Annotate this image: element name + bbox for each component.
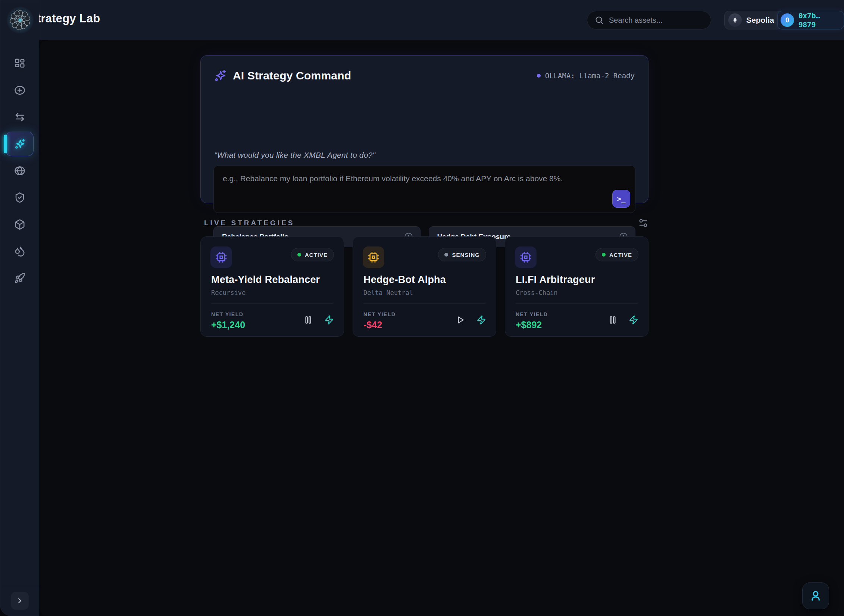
sidebar-item-dashboard[interactable] bbox=[0, 50, 39, 77]
sparkles-icon bbox=[213, 69, 227, 82]
rocket-icon bbox=[14, 273, 25, 284]
ollama-status: OLLAMA: Llama-2 Ready bbox=[537, 72, 635, 80]
zap-icon[interactable] bbox=[324, 315, 334, 325]
shield-check-icon bbox=[14, 192, 25, 203]
status-text: OLLAMA: Llama-2 Ready bbox=[545, 72, 635, 80]
zap-icon[interactable] bbox=[629, 315, 638, 325]
sidebar-item-globe[interactable] bbox=[0, 157, 39, 184]
network-name: Sepolia bbox=[746, 16, 774, 25]
cpu-icon bbox=[515, 246, 537, 268]
net-yield-value: +$1,240 bbox=[211, 320, 245, 330]
cpu-icon bbox=[210, 246, 232, 268]
chevron-right-icon bbox=[16, 597, 24, 605]
status-dot bbox=[444, 253, 448, 257]
logo-flower-icon bbox=[9, 9, 32, 32]
strategies-filter-icon[interactable] bbox=[638, 218, 648, 228]
search-icon bbox=[595, 16, 604, 25]
sidebar-item-liquidity[interactable] bbox=[0, 238, 39, 265]
strategy-name: Hedge-Bot Alpha bbox=[363, 274, 446, 286]
ai-command-input[interactable] bbox=[213, 166, 635, 213]
sidebar-nav bbox=[0, 50, 39, 292]
net-yield-value: +$892 bbox=[516, 320, 542, 330]
sidebar bbox=[0, 0, 39, 616]
sidebar-expand-button[interactable] bbox=[11, 592, 29, 610]
net-yield-label: NET YIELD bbox=[211, 311, 243, 317]
plus-circle-icon bbox=[14, 85, 25, 96]
sidebar-item-launch[interactable] bbox=[0, 265, 39, 292]
page-title: trategy Lab bbox=[37, 12, 100, 25]
strategy-card[interactable]: ACTIVE Meta-Yield Rebalancer Recursive N… bbox=[200, 236, 344, 337]
active-indicator-bar bbox=[4, 135, 7, 153]
network-selector-button[interactable]: Sepolia bbox=[724, 11, 782, 29]
pause-icon[interactable] bbox=[303, 315, 313, 325]
status-label: SENSING bbox=[452, 252, 480, 258]
search-input[interactable] bbox=[609, 16, 708, 25]
strategy-name: LI.FI Arbitrageur bbox=[516, 274, 595, 286]
status-dot bbox=[602, 253, 606, 257]
status-dot bbox=[537, 74, 541, 78]
pause-icon[interactable] bbox=[608, 315, 618, 325]
sidebar-item-ai-strategy[interactable] bbox=[0, 131, 39, 157]
cpu-icon bbox=[363, 246, 384, 268]
user-profile-fab[interactable] bbox=[802, 582, 829, 609]
prompt-hint: "What would you like the XMBL Agent to d… bbox=[214, 151, 375, 160]
top-header: trategy Lab Sepolia 0 0x7b…9879 bbox=[0, 0, 844, 40]
divider bbox=[363, 303, 485, 304]
strategy-type: Recursive bbox=[211, 289, 246, 296]
swap-arrows-icon bbox=[14, 111, 25, 123]
strategy-card[interactable]: ACTIVE LI.FI Arbitrageur Cross-Chain NET… bbox=[505, 236, 648, 337]
search-bar[interactable] bbox=[587, 11, 711, 29]
sidebar-item-add[interactable] bbox=[0, 77, 39, 104]
sidebar-footer bbox=[0, 585, 39, 616]
divider bbox=[516, 303, 638, 304]
status-label: ACTIVE bbox=[609, 252, 632, 258]
sidebar-item-assets[interactable] bbox=[0, 211, 39, 238]
zap-icon[interactable] bbox=[476, 315, 486, 325]
cube-icon bbox=[14, 219, 25, 230]
wallet-address: 0x7b…9879 bbox=[798, 11, 837, 29]
strategy-type: Cross-Chain bbox=[516, 289, 558, 296]
sidebar-item-security[interactable] bbox=[0, 184, 39, 211]
strategy-type: Delta Neutral bbox=[363, 289, 413, 296]
status-badge: ACTIVE bbox=[291, 248, 334, 261]
ai-strategy-command-panel: AI Strategy Command OLLAMA: Llama-2 Read… bbox=[200, 55, 648, 203]
dashboard-icon bbox=[14, 58, 25, 69]
strategy-name: Meta-Yield Rebalancer bbox=[211, 274, 320, 286]
sidebar-item-swap[interactable] bbox=[0, 104, 39, 131]
play-icon[interactable] bbox=[456, 315, 465, 325]
wallet-button[interactable]: 0 0x7b…9879 bbox=[777, 11, 844, 29]
status-label: ACTIVE bbox=[305, 252, 328, 258]
send-command-button[interactable]: >_ bbox=[612, 190, 630, 208]
app-logo[interactable] bbox=[7, 7, 34, 34]
ethereum-icon bbox=[728, 13, 742, 27]
panel-title: AI Strategy Command bbox=[233, 69, 351, 82]
net-yield-label: NET YIELD bbox=[363, 311, 396, 317]
status-badge: SENSING bbox=[438, 248, 486, 261]
sparkles-icon bbox=[14, 138, 26, 150]
wallet-avatar: 0 bbox=[781, 13, 794, 27]
user-icon bbox=[809, 590, 822, 602]
status-badge: ACTIVE bbox=[596, 248, 638, 261]
status-dot bbox=[297, 253, 301, 257]
app-root: trategy Lab Sepolia 0 0x7b…9879 bbox=[0, 0, 844, 616]
divider bbox=[211, 303, 333, 304]
net-yield-label: NET YIELD bbox=[516, 311, 548, 317]
live-strategies-heading: LIVE STRATEGIES bbox=[204, 219, 295, 227]
globe-icon bbox=[14, 165, 25, 176]
terminal-icon: >_ bbox=[617, 195, 626, 203]
strategy-card[interactable]: SENSING Hedge-Bot Alpha Delta Neutral NE… bbox=[353, 236, 496, 337]
net-yield-value: -$42 bbox=[363, 320, 382, 330]
droplets-icon bbox=[14, 246, 25, 257]
